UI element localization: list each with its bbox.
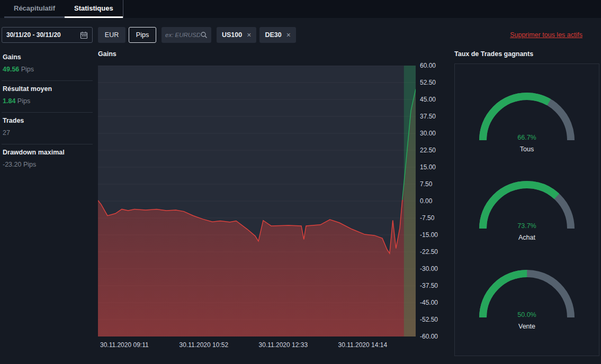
gauge-label: Tous <box>477 145 577 153</box>
gauge-label: Achat <box>477 234 577 241</box>
stat-value: -23.20 Pips <box>3 161 92 168</box>
calendar-icon[interactable] <box>80 31 88 39</box>
stat-number: -23.20 <box>3 161 21 168</box>
y-axis-label: 15.00 <box>420 163 436 171</box>
stat-drawdown-maximal: Drawdown maximal -23.20 Pips <box>2 145 93 176</box>
gauge-label: Vente <box>477 323 577 330</box>
x-axis-label: 30.11.2020 14:14 <box>338 341 388 349</box>
y-axis-label: 37.50 <box>420 113 436 120</box>
y-axis-label: 7.50 <box>420 180 432 188</box>
filter-toolbar: 30/11/20 - 30/11/20 EUR Pips US100 × <box>0 26 601 43</box>
tab-recapitulatif[interactable]: Récapitulatif <box>4 0 65 18</box>
date-range-input[interactable]: 30/11/20 - 30/11/20 <box>2 27 93 43</box>
y-axis-label: -22.50 <box>420 248 438 256</box>
x-axis: 30.11.2020 09:1130.11.2020 10:5230.11.20… <box>98 341 416 351</box>
win-rate-section: Taux de Trades gagnants 66.7%Tous73.7%Ac… <box>454 50 599 356</box>
gauges-title: Taux de Trades gagnants <box>454 50 599 58</box>
tab-statistiques[interactable]: Statistiques <box>65 0 123 18</box>
stat-value: 49.56 Pips <box>3 66 92 73</box>
stat-resultat-moyen: Résultat moyen 1.84 Pips <box>2 82 93 113</box>
stat-label: Trades <box>3 117 92 124</box>
main-content: Gains 49.56 Pips Résultat moyen 1.84 Pip… <box>0 50 601 356</box>
date-range-value: 30/11/20 - 30/11/20 <box>6 31 61 39</box>
x-axis-label: 30.11.2020 10:52 <box>180 341 229 349</box>
search-icon[interactable] <box>200 31 208 39</box>
y-axis-label: -30.00 <box>420 265 438 272</box>
stat-number: 27 <box>3 129 10 136</box>
currency-button[interactable]: EUR <box>98 27 125 43</box>
stat-gains: Gains 49.56 Pips <box>2 50 93 81</box>
stat-unit: Pips <box>15 97 30 105</box>
y-axis: 60.0052.5045.0037.5030.0022.5015.007.500… <box>416 66 445 336</box>
y-axis-label: -60.00 <box>420 333 438 340</box>
asset-search <box>162 27 211 43</box>
stat-number: 49.56 <box>3 66 19 73</box>
tag-label: US100 <box>222 31 242 39</box>
y-axis-label: 22.50 <box>420 147 436 154</box>
y-axis-label: -15.00 <box>420 231 438 239</box>
x-axis-label: 30.11.2020 09:11 <box>100 341 149 349</box>
gains-chart-section: Gains 60.0052.5045.0037.5030.0022.5015.0… <box>98 50 445 351</box>
y-axis-label: -45.00 <box>420 299 438 306</box>
stat-unit: Pips <box>19 66 34 73</box>
gauge-value: 50.0% <box>477 311 577 319</box>
gains-line-chart[interactable] <box>98 66 416 336</box>
remove-tag-icon[interactable]: × <box>247 31 251 39</box>
y-axis-label: 52.50 <box>420 79 436 86</box>
stat-number: 1.84 <box>3 97 15 105</box>
tag-label: DE30 <box>265 31 281 39</box>
stat-trades: Trades 27 <box>2 114 93 144</box>
y-axis-label: -37.50 <box>420 282 438 289</box>
stat-label: Drawdown maximal <box>3 149 92 156</box>
y-axis-label: 0.00 <box>420 197 432 205</box>
gains-chart[interactable]: 60.0052.5045.0037.5030.0022.5015.007.500… <box>98 66 445 336</box>
y-axis-label: 45.00 <box>420 96 436 103</box>
tag-us100[interactable]: US100 × <box>217 27 256 43</box>
remove-all-link[interactable]: Supprimer tous les actifs <box>510 31 582 39</box>
top-tab-bar: Récapitulatif Statistiques <box>0 0 601 18</box>
gauge-achat: 73.7%Achat <box>477 178 577 241</box>
y-axis-label: 60.00 <box>420 62 436 69</box>
gauges-panel: 66.7%Tous73.7%Achat50.0%Vente <box>454 63 599 356</box>
gauge-value: 73.7% <box>477 222 577 230</box>
stat-label: Gains <box>3 53 92 61</box>
pips-button[interactable]: Pips <box>129 27 156 43</box>
chart-title: Gains <box>98 50 445 58</box>
stat-value: 27 <box>3 129 92 136</box>
gauge-value: 66.7% <box>477 134 577 141</box>
search-input[interactable] <box>165 32 200 38</box>
y-axis-label: 30.00 <box>420 130 436 137</box>
tag-de30[interactable]: DE30 × <box>259 27 295 43</box>
gauge-tous: 66.7%Tous <box>477 90 577 153</box>
y-axis-label: -52.50 <box>420 316 438 323</box>
gauge-vente: 50.0%Vente <box>477 267 577 330</box>
tab-separator <box>123 0 123 18</box>
stat-unit: Pips <box>21 161 36 168</box>
stat-label: Résultat moyen <box>3 85 92 93</box>
remove-tag-icon[interactable]: × <box>286 31 291 39</box>
y-axis-label: -7.50 <box>420 214 434 222</box>
stat-value: 1.84 Pips <box>3 97 92 105</box>
stats-sidebar: Gains 49.56 Pips Résultat moyen 1.84 Pip… <box>2 50 93 177</box>
x-axis-label: 30.11.2020 12:33 <box>259 341 308 349</box>
